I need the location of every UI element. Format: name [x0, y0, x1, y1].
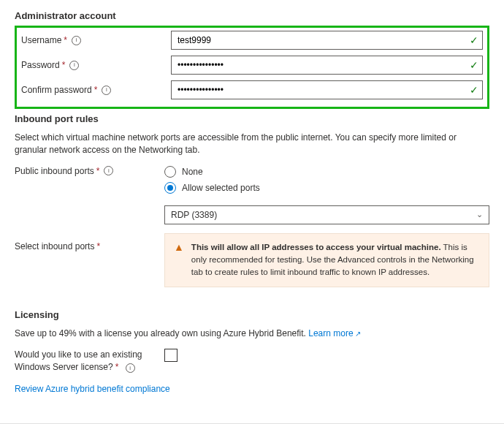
password-label: Password* i [21, 60, 171, 70]
confirm-password-label: Confirm password* i [21, 85, 171, 95]
required-star: * [115, 362, 119, 372]
radio-icon [164, 182, 176, 194]
username-label: Username* i [21, 35, 171, 45]
radio-allow-selected[interactable]: Allow selected ports [164, 182, 489, 194]
required-star: * [96, 166, 100, 176]
required-star: * [94, 85, 98, 95]
info-icon[interactable]: i [126, 363, 135, 373]
required-star: * [62, 60, 66, 70]
username-input[interactable] [171, 31, 483, 50]
admin-account-title: Administrator account [15, 10, 489, 21]
radio-icon [164, 166, 176, 178]
info-icon[interactable]: i [104, 166, 113, 175]
review-compliance-link[interactable]: Review Azure hybrid benefit compliance [15, 384, 489, 394]
select-inbound-ports-dropdown[interactable]: RDP (3389) ⌄ [164, 205, 489, 224]
info-icon[interactable]: i [69, 61, 79, 70]
info-icon[interactable]: i [102, 86, 111, 95]
learn-more-link[interactable]: Learn more↗ [308, 328, 360, 338]
confirm-password-input[interactable] [171, 80, 483, 99]
licensing-desc: Save up to 49% with a license you alread… [15, 328, 489, 340]
info-icon[interactable]: i [72, 36, 81, 45]
warning-icon: ▲ [174, 241, 184, 254]
existing-license-checkbox[interactable] [164, 349, 177, 362]
public-inbound-ports-label: Public inbound ports* i [15, 166, 164, 176]
inbound-ports-desc: Select which virtual machine network por… [15, 132, 489, 157]
required-star: * [64, 35, 67, 45]
select-inbound-ports-label: Select inbound ports* [15, 241, 164, 251]
inbound-ports-title: Inbound port rules [15, 113, 489, 124]
chevron-down-icon: ⌄ [476, 210, 483, 219]
external-link-icon: ↗ [355, 330, 361, 338]
admin-fields-highlight: Username* i ✓ Password* i ✓ [15, 26, 489, 109]
inbound-ports-warning: ▲ This will allow all IP addresses to ac… [164, 233, 489, 287]
required-star: * [96, 241, 100, 251]
radio-none[interactable]: None [164, 166, 489, 178]
licensing-title: Licensing [15, 309, 489, 320]
existing-license-label: Would you like to use an existing Window… [15, 349, 164, 374]
password-input[interactable] [171, 56, 483, 75]
